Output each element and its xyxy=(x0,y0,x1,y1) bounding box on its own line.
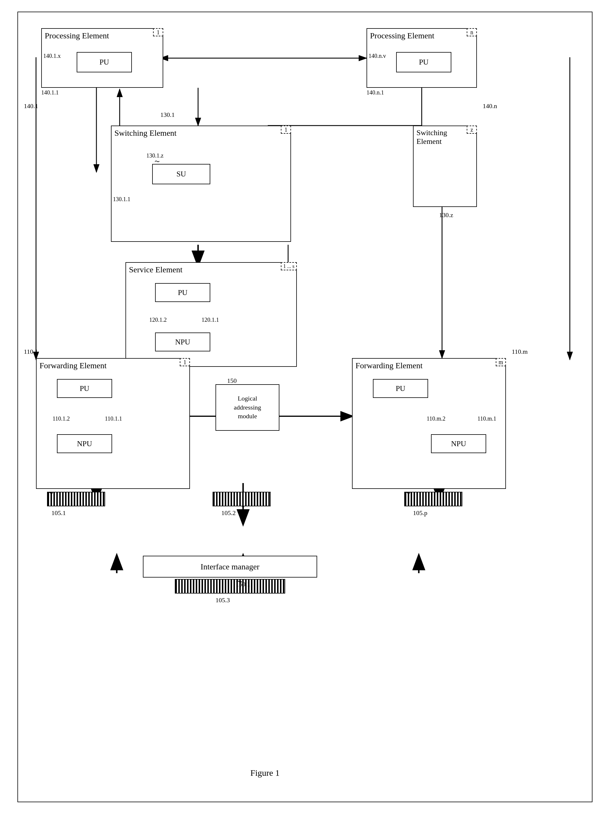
pe1-title: Processing Element xyxy=(45,31,109,40)
figure-caption: Figure 1 xyxy=(250,768,280,778)
svc-title: Service Element xyxy=(129,265,182,274)
port-105-2 xyxy=(213,492,271,506)
pe1-ref-1: 140.1.1 xyxy=(41,89,59,96)
port-105-3-label: 105.3 xyxy=(216,596,230,604)
svc-box: Service Element PU NPU 120.1.2 120.1.1 1… xyxy=(125,262,297,367)
im-wave: 〜 xyxy=(236,578,242,586)
svc-marker: 1 ... s xyxy=(281,262,297,270)
svc-ref-1: 120.1.1 xyxy=(202,316,219,323)
port-105-3 xyxy=(175,579,285,593)
lam-ref: 150 xyxy=(227,377,237,384)
fem-title: Forwarding Element xyxy=(355,361,422,370)
im-label: Interface manager xyxy=(201,562,260,571)
port-105-p-label: 105.p xyxy=(413,509,428,517)
pe1-marker: 1 xyxy=(153,28,163,36)
pen-ref-main: 140.n xyxy=(483,102,497,110)
pen-marker: n xyxy=(467,28,477,36)
se1-su: SU xyxy=(152,164,210,184)
svc-npu: NPU xyxy=(155,332,210,352)
pen-box: Processing Element PU 140.n.v n xyxy=(367,28,477,88)
fem-marker: m xyxy=(496,358,506,366)
svc-ref-2: 120.1.2 xyxy=(149,316,167,323)
se1-ref-main: 130.1 xyxy=(160,111,175,119)
fem-pu: PU xyxy=(373,379,428,398)
fem-ref-2: 110.m.2 xyxy=(427,415,446,422)
se1-title: Switching Element xyxy=(114,128,177,138)
port-105-1-wave: 〜 xyxy=(47,489,53,497)
pen-pu: PU xyxy=(396,52,451,72)
pe1-pu: PU xyxy=(77,52,132,72)
fe1-box: Forwarding Element PU NPU 110.1.2 110.1.… xyxy=(36,358,190,489)
fe1-ref-main: 110.1 xyxy=(24,348,38,356)
fe1-marker: 1 xyxy=(180,358,190,366)
sez-title: SwitchingElement xyxy=(417,128,447,146)
port-105-1-label: 105.1 xyxy=(51,509,66,517)
fe1-npu: NPU xyxy=(57,434,112,453)
lam-box: Logicaladdressingmodule xyxy=(216,384,279,431)
im-box: Interface manager xyxy=(143,556,317,578)
pe1-ref-x: 140.1.x xyxy=(43,53,61,59)
pen-title: Processing Element xyxy=(370,31,434,40)
sez-marker: z xyxy=(467,125,477,134)
se1-marker: 1 xyxy=(281,125,291,134)
sez-box: SwitchingElement z xyxy=(413,125,477,207)
fe1-pu: PU xyxy=(57,379,112,398)
port-105-1 xyxy=(47,492,105,506)
pen-ref-v: 140.n.v xyxy=(368,53,386,59)
sez-ref-main: 130.z xyxy=(439,211,453,219)
lam-label: Logicaladdressingmodule xyxy=(234,394,261,421)
fe1-ref-1: 110.1.1 xyxy=(105,415,122,422)
pe1-ref-main: 140.1 xyxy=(24,102,38,110)
svc-pu: PU xyxy=(155,283,210,302)
port-105-p xyxy=(404,492,462,506)
fem-ref-main: 110.m xyxy=(512,348,528,356)
fem-ref-1: 110.m.1 xyxy=(477,415,496,422)
fem-npu: NPU xyxy=(431,434,486,453)
fe1-ref-2: 110.1.2 xyxy=(53,415,70,422)
pe1-box: Processing Element PU 140.1.x 1 xyxy=(41,28,163,88)
port-105-p-wave: 〜 xyxy=(404,489,411,497)
fe1-title: Forwarding Element xyxy=(40,361,107,370)
diagram-container: Processing Element PU 140.1.x 1 140.1.1 … xyxy=(18,12,593,802)
fem-box: Forwarding Element PU NPU 110.m.2 110.m.… xyxy=(352,358,506,489)
se1-wave: 〜 xyxy=(154,158,160,165)
pen-ref-1: 140.n.1 xyxy=(367,89,384,96)
se1-ref-1: 130.1.1 xyxy=(113,196,131,203)
se1-box: Switching Element SU 130.1.z 〜 130.1.1 1 xyxy=(111,125,291,242)
port-105-2-label: 105.2 xyxy=(221,509,236,517)
